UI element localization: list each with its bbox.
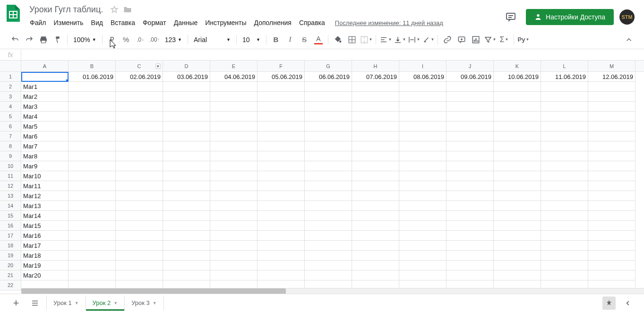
cell-M1[interactable]: 12.06.2019 — [588, 72, 635, 82]
undo-button[interactable] — [9, 33, 22, 46]
column-header-J[interactable]: J — [447, 61, 494, 71]
cell-D20[interactable] — [163, 261, 210, 270]
cell-J2[interactable] — [447, 82, 494, 92]
cell-J12[interactable] — [447, 181, 494, 191]
cell-M4[interactable] — [588, 102, 635, 112]
cell-F16[interactable] — [258, 221, 305, 231]
row-header-12[interactable]: 12 — [0, 181, 21, 191]
cell-K18[interactable] — [494, 241, 541, 251]
cell-E15[interactable] — [210, 211, 258, 221]
cell-H19[interactable] — [352, 251, 399, 261]
cell-H18[interactable] — [352, 241, 399, 251]
cell-C1[interactable]: 02.06.2019 — [116, 72, 163, 82]
cell-J15[interactable] — [447, 211, 494, 221]
cell-J5[interactable] — [447, 112, 494, 122]
cell-D7[interactable] — [163, 131, 210, 141]
input-tools-button[interactable]: Ру▼ — [517, 33, 530, 46]
cell-B5[interactable] — [69, 112, 116, 122]
cell-E17[interactable] — [210, 231, 258, 241]
cell-H11[interactable] — [352, 171, 399, 181]
menu-data[interactable]: Данные — [171, 17, 201, 28]
cell-F2[interactable] — [258, 82, 305, 92]
column-header-B[interactable]: B — [69, 61, 116, 71]
cell-B11[interactable] — [69, 171, 116, 181]
cell-B9[interactable] — [69, 151, 116, 161]
cell-D19[interactable] — [163, 251, 210, 261]
cell-K7[interactable] — [494, 131, 541, 141]
cell-G10[interactable] — [305, 161, 352, 171]
cell-J17[interactable] — [447, 231, 494, 241]
cell-F8[interactable] — [258, 141, 305, 151]
cell-G18[interactable] — [305, 241, 352, 251]
collapse-toolbar-button[interactable] — [622, 33, 635, 46]
cell-B17[interactable] — [69, 231, 116, 241]
cell-A9[interactable]: Маг8 — [21, 151, 69, 161]
cell-B20[interactable] — [69, 261, 116, 270]
cell-L12[interactable] — [541, 181, 588, 191]
column-header-A[interactable]: A — [21, 61, 69, 71]
row-header-15[interactable]: 15 — [0, 211, 21, 221]
last-edit-link[interactable]: Последнее изменение: 11 дней назад — [335, 19, 443, 26]
cell-H6[interactable] — [352, 122, 399, 131]
cell-K17[interactable] — [494, 231, 541, 241]
cell-C15[interactable] — [116, 211, 163, 221]
cell-B10[interactable] — [69, 161, 116, 171]
cell-C19[interactable] — [116, 251, 163, 261]
column-header-L[interactable]: L — [541, 61, 588, 71]
row-header-13[interactable]: 13 — [0, 191, 21, 201]
text-rotation-button[interactable]: ▼ — [421, 33, 435, 46]
cell-G21[interactable] — [305, 270, 352, 280]
currency-button[interactable]: ₽ — [105, 33, 119, 46]
folder-icon[interactable] — [123, 5, 132, 14]
cell-G19[interactable] — [305, 251, 352, 261]
cell-A8[interactable]: Маг7 — [21, 141, 69, 151]
cell-D14[interactable] — [163, 201, 210, 211]
strikethrough-button[interactable]: S — [298, 33, 311, 46]
insert-chart-button[interactable] — [469, 33, 482, 46]
cell-G16[interactable] — [305, 221, 352, 231]
cell-A10[interactable]: Маг9 — [21, 161, 69, 171]
column-header-I[interactable]: I — [399, 61, 447, 71]
cell-M6[interactable] — [588, 122, 635, 131]
cell-C2[interactable] — [116, 82, 163, 92]
cell-G5[interactable] — [305, 112, 352, 122]
cell-K13[interactable] — [494, 191, 541, 201]
cell-H12[interactable] — [352, 181, 399, 191]
cell-D13[interactable] — [163, 191, 210, 201]
cell-C18[interactable] — [116, 241, 163, 251]
cell-J11[interactable] — [447, 171, 494, 181]
cell-A14[interactable]: Маг13 — [21, 201, 69, 211]
cell-F3[interactable] — [258, 92, 305, 102]
cell-I17[interactable] — [399, 231, 447, 241]
cell-I7[interactable] — [399, 131, 447, 141]
cell-F1[interactable]: 05.06.2019 — [258, 72, 305, 82]
sheets-logo-icon[interactable] — [4, 4, 23, 23]
cell-A13[interactable]: Маг12 — [21, 191, 69, 201]
cell-I3[interactable] — [399, 92, 447, 102]
row-header-1[interactable]: 1 — [0, 72, 21, 82]
cell-L15[interactable] — [541, 211, 588, 221]
cell-F12[interactable] — [258, 181, 305, 191]
cell-E1[interactable]: 04.06.2019 — [210, 72, 258, 82]
comments-button[interactable] — [501, 8, 520, 26]
cell-L19[interactable] — [541, 251, 588, 261]
column-header-E[interactable]: E — [210, 61, 258, 71]
cell-L17[interactable] — [541, 231, 588, 241]
cell-M8[interactable] — [588, 141, 635, 151]
cell-G17[interactable] — [305, 231, 352, 241]
cell-D5[interactable] — [163, 112, 210, 122]
cell-I13[interactable] — [399, 191, 447, 201]
cell-F13[interactable] — [258, 191, 305, 201]
row-header-21[interactable]: 21 — [0, 270, 21, 280]
cell-A2[interactable]: Маг1 — [21, 82, 69, 92]
cell-M12[interactable] — [588, 181, 635, 191]
cell-E13[interactable] — [210, 191, 258, 201]
cell-D21[interactable] — [163, 270, 210, 280]
row-header-22[interactable]: 22 — [0, 280, 21, 290]
cell-F11[interactable] — [258, 171, 305, 181]
cell-G2[interactable] — [305, 82, 352, 92]
cell-B18[interactable] — [69, 241, 116, 251]
cell-L4[interactable] — [541, 102, 588, 112]
cell-G14[interactable] — [305, 201, 352, 211]
cell-A3[interactable]: Маг2 — [21, 92, 69, 102]
